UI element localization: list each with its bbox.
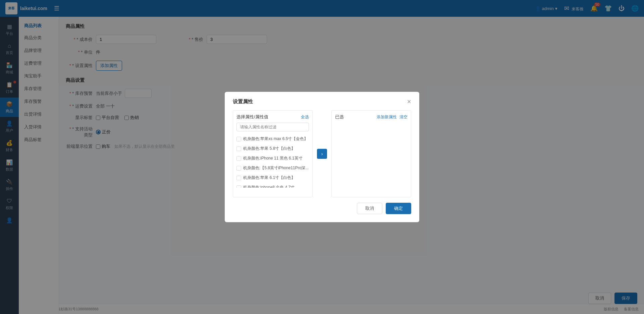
modal-overlay: 设置属性 ✕ 选择属性/属性值 全选 机身颜色:苹果xs max 6.5寸【金色…: [0, 0, 644, 304]
attr-right-panel: 已选 添加新属性 清空: [331, 110, 411, 197]
attr-checkbox-5[interactable]: [236, 185, 241, 188]
attr-checkbox-4[interactable]: [236, 176, 241, 180]
attr-left-panel: 选择属性/属性值 全选 机身颜色:苹果xs max 6.5寸【金色】 机身颜色:…: [233, 110, 313, 197]
attr-right-title: 已选: [335, 114, 344, 120]
attr-label-0: 机身颜色:苹果xs max 6.5寸【金色】: [243, 136, 308, 142]
modal-confirm-button[interactable]: 确定: [386, 203, 411, 214]
attr-item-4[interactable]: 机身颜色:苹果 6.1寸【白色】: [236, 173, 309, 183]
attr-label-5: 机身颜色:iphone8 金色 4.7寸: [243, 185, 294, 188]
attr-search-input[interactable]: [236, 123, 309, 131]
attr-label-4: 机身颜色:苹果 6.1寸【白色】: [243, 175, 295, 181]
modal-header: 设置属性 ✕: [233, 99, 411, 105]
attr-left-header: 选择属性/属性值 全选: [236, 114, 309, 120]
attr-list: 机身颜色:苹果xs max 6.5寸【金色】 机身颜色:苹果 5.8寸【白色】 …: [236, 134, 309, 188]
attr-right-header: 已选 添加新属性 清空: [335, 114, 408, 120]
modal-close-button[interactable]: ✕: [407, 99, 411, 105]
set-attributes-modal: 设置属性 ✕ 选择属性/属性值 全选 机身颜色:苹果xs max 6.5寸【金色…: [225, 92, 419, 222]
attr-item-2[interactable]: 机身颜色:iPhone 11 黑色 6.1英寸: [236, 153, 309, 163]
attr-item-1[interactable]: 机身颜色:苹果 5.8寸【白色】: [236, 144, 309, 153]
clear-button[interactable]: 清空: [399, 114, 408, 120]
modal-footer: 取消 确定: [233, 203, 411, 214]
attr-checkbox-3[interactable]: [236, 166, 241, 171]
attr-item-3[interactable]: 机身颜色:【5.8英寸iPhone11Pro深...: [236, 163, 309, 173]
attr-label-1: 机身颜色:苹果 5.8寸【白色】: [243, 146, 295, 151]
attr-checkbox-0[interactable]: [236, 137, 241, 141]
attr-checkbox-2[interactable]: [236, 156, 241, 161]
attr-label-3: 机身颜色:【5.8英寸iPhone11Pro深...: [243, 165, 309, 171]
modal-body: 选择属性/属性值 全选 机身颜色:苹果xs max 6.5寸【金色】 机身颜色:…: [233, 110, 411, 197]
modal-title: 设置属性: [233, 99, 253, 105]
attr-item-5[interactable]: 机身颜色:iphone8 金色 4.7寸: [236, 183, 309, 188]
attr-item-0[interactable]: 机身颜色:苹果xs max 6.5寸【金色】: [236, 134, 309, 144]
attr-label-2: 机身颜色:iPhone 11 黑色 6.1英寸: [243, 155, 303, 161]
add-new-attr-button[interactable]: 添加新属性: [377, 114, 397, 120]
select-all-button[interactable]: 全选: [301, 114, 309, 120]
transfer-button-container: ›: [317, 149, 327, 159]
modal-cancel-button[interactable]: 取消: [357, 203, 382, 214]
attr-checkbox-1[interactable]: [236, 146, 241, 151]
transfer-button[interactable]: ›: [317, 149, 327, 159]
attr-left-title: 选择属性/属性值: [236, 114, 268, 120]
